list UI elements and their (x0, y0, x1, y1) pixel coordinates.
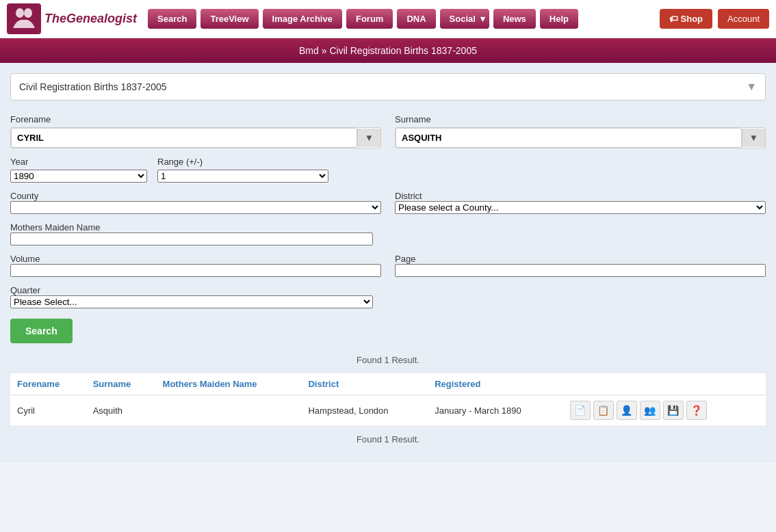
nav-news[interactable]: News (493, 9, 536, 29)
volume-label: Volume (10, 254, 381, 264)
year-select[interactable]: 1890 (10, 170, 147, 183)
forename-group: Forename ▼ (10, 114, 381, 148)
mmn-group: Mothers Maiden Name (10, 222, 373, 245)
page-group: Page (395, 254, 766, 277)
district-select[interactable]: Please select a County... (395, 201, 766, 214)
logo-svg (10, 6, 38, 32)
year-label: Year (10, 157, 147, 167)
header: TheGenealogist Search TreeView Image Arc… (0, 0, 776, 38)
results-table-head: Forename Surname Mothers Maiden Name Dis… (10, 373, 766, 395)
district-label: District (395, 191, 766, 201)
col-surname[interactable]: Surname (86, 373, 156, 395)
breadcrumb-bar: Bmd » Civil Registration Births 1837-200… (0, 38, 776, 63)
district-group: District Please select a County... (395, 191, 766, 214)
nav-image-archive[interactable]: Image Archive (263, 9, 342, 29)
svg-point-1 (24, 8, 32, 18)
nav-treeview[interactable]: TreeView (201, 9, 258, 29)
surname-label: Surname (395, 114, 766, 124)
forename-label: Forename (10, 114, 381, 124)
svg-point-0 (16, 8, 24, 18)
nav-social[interactable]: Social (440, 9, 489, 29)
mmn-label: Mothers Maiden Name (10, 222, 373, 232)
quarter-group: Quarter Please Select... (10, 285, 373, 308)
action-icons: 📄 📋 👤 👥 💾 ❓ (570, 401, 759, 420)
vol-group: Volume (10, 254, 381, 277)
quarter-label: Quarter (10, 285, 373, 295)
search-button[interactable]: Search (10, 319, 73, 343)
dataset-value: Civil Registration Births 1837-2005 (19, 81, 167, 92)
nav-search[interactable]: Search (148, 9, 196, 29)
cell-registered: January - March 1890 (428, 395, 562, 426)
cell-district: Hampstead, London (301, 395, 428, 426)
forename-wrap: ▼ (10, 127, 381, 148)
county-select[interactable] (10, 201, 381, 214)
county-district-row: County District Please select a County..… (10, 191, 766, 214)
dataset-selector[interactable]: Civil Registration Births 1837-2005 ▼ (10, 73, 766, 101)
year-range-row: Year 1890 Range (+/-) 1 (10, 157, 766, 183)
cell-forename: Cyril (10, 395, 86, 426)
quarter-select[interactable]: Please Select... (10, 295, 373, 308)
action-transcript-btn[interactable]: 📋 (593, 401, 614, 420)
action-family-btn[interactable]: 👥 (640, 401, 660, 420)
breadcrumb-parent[interactable]: Bmd (299, 45, 319, 56)
surname-dropdown-btn[interactable]: ▼ (742, 129, 765, 147)
results-table-body: Cyril Asquith Hampstead, London January … (10, 395, 766, 426)
range-select[interactable]: 1 (157, 170, 328, 183)
results-table: Forename Surname Mothers Maiden Name Dis… (10, 373, 766, 426)
search-form: Forename ▼ Surname ▼ Year 1890 (10, 111, 766, 347)
dataset-arrow: ▼ (746, 81, 757, 93)
results-header-row: Forename Surname Mothers Maiden Name Dis… (10, 373, 766, 395)
page-input[interactable] (395, 264, 766, 277)
col-mmn[interactable]: Mothers Maiden Name (156, 373, 302, 395)
forename-input[interactable] (11, 128, 357, 148)
cell-mmn (156, 395, 302, 426)
breadcrumb-separator: » (322, 45, 327, 56)
vol-page-row: Volume Page (10, 254, 766, 277)
nav-dna[interactable]: DNA (397, 9, 435, 29)
nav-help[interactable]: Help (540, 9, 578, 29)
forename-dropdown-btn[interactable]: ▼ (357, 129, 380, 147)
action-view-btn[interactable]: 📄 (570, 401, 591, 420)
header-right: 🏷 Shop Account (660, 9, 769, 29)
volume-input[interactable] (10, 264, 381, 277)
quarter-row: Quarter Please Select... (10, 285, 766, 308)
range-group: Range (+/-) 1 (157, 157, 328, 183)
col-forename[interactable]: Forename (10, 373, 86, 395)
surname-input[interactable] (396, 128, 742, 148)
results-summary-top: Found 1 Result. (10, 347, 766, 373)
surname-group: Surname ▼ (395, 114, 766, 148)
cell-surname: Asquith (86, 395, 156, 426)
county-group: County (10, 191, 381, 214)
table-row: Cyril Asquith Hampstead, London January … (10, 395, 766, 426)
col-district[interactable]: District (301, 373, 428, 395)
nav-forum[interactable]: Forum (346, 9, 393, 29)
county-label: County (10, 191, 381, 201)
logo-icon (7, 3, 41, 34)
results-summary-bottom: Found 1 Result. (10, 426, 766, 453)
range-label: Range (+/-) (157, 157, 328, 167)
main-content: Civil Registration Births 1837-2005 ▼ Fo… (0, 63, 776, 463)
mmn-input[interactable] (10, 232, 373, 245)
year-group: Year 1890 (10, 157, 147, 183)
col-registered[interactable]: Registered (428, 373, 562, 395)
surname-wrap: ▼ (395, 127, 766, 148)
logo-text: TheGenealogist (44, 12, 137, 26)
page-label: Page (395, 254, 766, 264)
shop-button[interactable]: 🏷 Shop (660, 9, 712, 29)
action-save-btn[interactable]: 💾 (663, 401, 684, 420)
col-actions (563, 373, 766, 395)
forename-surname-row: Forename ▼ Surname ▼ (10, 114, 766, 148)
cell-actions: 📄 📋 👤 👥 💾 ❓ (563, 395, 766, 426)
breadcrumb-current: Civil Registration Births 1837-2005 (329, 45, 477, 56)
mmn-row: Mothers Maiden Name (10, 222, 766, 245)
action-person-btn[interactable]: 👤 (617, 401, 637, 420)
account-button[interactable]: Account (718, 9, 769, 29)
logo-area: TheGenealogist (7, 3, 137, 34)
action-help-btn[interactable]: ❓ (686, 401, 707, 420)
